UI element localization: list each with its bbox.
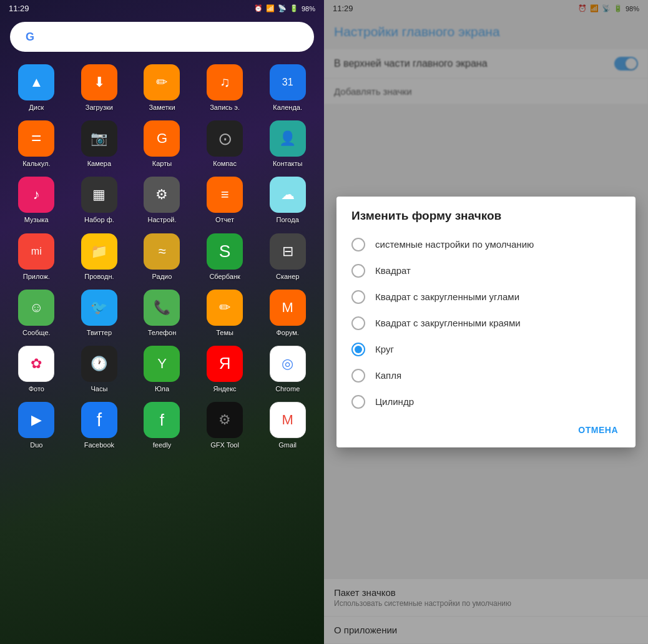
alarm-icon: ⏰: [254, 4, 263, 12]
app-item-диск[interactable]: ▲Диск: [5, 59, 68, 115]
radio-label-6: Цилиндр: [375, 396, 414, 408]
app-icon-Набор ф.: ▦: [81, 177, 117, 213]
radio-option-1[interactable]: Квадрат: [336, 258, 636, 284]
radio-circle-0: [351, 238, 365, 251]
dialog-actions: ОТМЕНА: [336, 415, 636, 442]
app-item-сообще.[interactable]: ☺Сообще.: [5, 285, 68, 341]
radio-circle-1: [351, 264, 365, 278]
app-icon-Часы: 🕐: [81, 346, 117, 382]
app-label: Загрузки: [86, 104, 113, 112]
app-label: Сообще.: [22, 329, 51, 337]
app-icon-Фото: ✿: [18, 346, 54, 382]
app-label: Музыка: [24, 216, 49, 224]
app-icon-Прилож.: mi: [18, 233, 54, 270]
google-search-bar[interactable]: G: [10, 22, 314, 52]
app-item-контакты[interactable]: 👤Контакты: [256, 115, 319, 172]
app-icon-Календа.: 31: [270, 64, 306, 100]
radio-option-3[interactable]: Квадрат с закругленными краями: [336, 310, 636, 336]
app-label: Твиттер: [87, 329, 112, 337]
app-item-твиттер[interactable]: 🐦Твиттер: [68, 285, 131, 341]
app-item-duo[interactable]: ▶Duo: [5, 397, 68, 453]
app-item-музыка[interactable]: ♪Музыка: [5, 172, 68, 228]
radio-circle-4: [351, 343, 365, 356]
radio-option-5[interactable]: Капля: [336, 363, 636, 389]
app-icon-Проводн.: 📁: [81, 233, 117, 270]
app-item-настрой.[interactable]: ⚙Настрой.: [130, 172, 194, 228]
app-item-радио[interactable]: ≈Радио: [130, 228, 194, 285]
app-label: Погода: [277, 216, 299, 224]
app-icon-Сообще.: ☺: [18, 290, 54, 326]
app-label: Сканер: [276, 273, 299, 281]
app-label: Отчет: [215, 216, 234, 224]
app-label: Проводн.: [84, 273, 114, 281]
app-icon-Яндекс: Я: [207, 346, 243, 382]
app-item-телефон[interactable]: 📞Телефон: [130, 285, 194, 341]
app-item-сбербанк[interactable]: SСбербанк: [194, 228, 257, 285]
app-icon-Калькул.: =: [18, 120, 54, 157]
app-item-яндекс[interactable]: ЯЯндекс: [194, 341, 257, 397]
radio-option-4[interactable]: Круг: [336, 336, 636, 363]
app-icon-Диск: ▲: [18, 64, 54, 100]
app-label: Диск: [29, 104, 44, 112]
app-label: Facebook: [84, 441, 114, 449]
app-item-калькул.[interactable]: =Калькул.: [5, 115, 68, 172]
radio-label-1: Квадрат: [375, 265, 411, 277]
app-label: Яндекс: [214, 385, 237, 393]
app-icon-feedly: f: [144, 402, 180, 438]
app-label: Набор ф.: [84, 216, 114, 224]
app-item-фото[interactable]: ✿Фото: [5, 341, 68, 397]
radio-circle-5: [351, 369, 365, 383]
radio-label-2: Квадрат с закругленными углами: [375, 291, 519, 303]
left-panel: 11:29 ⏰ 📶 📡 🔋 98% G ▲Диск⬇Загрузки✏Замет…: [0, 0, 324, 644]
app-item-chrome[interactable]: ◎Chrome: [256, 341, 319, 397]
app-item-загрузки[interactable]: ⬇Загрузки: [68, 59, 131, 115]
time-left: 11:29: [9, 4, 29, 13]
app-label: Радио: [152, 273, 172, 281]
app-item-gmail[interactable]: MGmail: [256, 397, 319, 453]
app-item-feedly[interactable]: ffeedly: [130, 397, 194, 453]
app-icon-Duo: ▶: [18, 402, 54, 438]
app-label: Заметки: [149, 104, 175, 112]
wifi-icon: 📶: [266, 4, 275, 12]
app-item-проводн.[interactable]: 📁Проводн.: [68, 228, 131, 285]
status-icons-left: ⏰ 📶 📡 🔋 98%: [254, 4, 315, 12]
app-item-темы[interactable]: ✏Темы: [194, 285, 257, 341]
app-icon-Загрузки: ⬇: [81, 64, 117, 100]
app-item-заметки[interactable]: ✏Заметки: [130, 59, 194, 115]
app-label: Телефон: [148, 329, 177, 337]
app-item-сканер[interactable]: ⊟Сканер: [256, 228, 319, 285]
app-label: Настрой.: [147, 216, 176, 224]
app-item-прилож.[interactable]: miПрилож.: [5, 228, 68, 285]
app-icon-Музыка: ♪: [18, 177, 54, 213]
app-icon-Компас: ⊙: [207, 120, 243, 157]
app-icon-Форум.: M: [270, 290, 306, 326]
app-item-календа.[interactable]: 31Календа.: [256, 59, 319, 115]
radio-option-0[interactable]: системные настройки по умолчанию: [336, 232, 636, 258]
app-item-компас[interactable]: ⊙Компас: [194, 115, 257, 172]
app-item-gfx-tool[interactable]: ⚙GFX Tool: [194, 397, 257, 453]
radio-option-6[interactable]: Цилиндр: [336, 389, 636, 415]
app-item-погода[interactable]: ☁Погода: [256, 172, 319, 228]
app-item-запись-э.[interactable]: ♫Запись э.: [194, 59, 257, 115]
icon-shape-dialog: Изменить форму значков системные настрой…: [336, 197, 636, 447]
app-item-набор-ф.[interactable]: ▦Набор ф.: [68, 172, 131, 228]
app-item-facebook[interactable]: fFacebook: [68, 397, 131, 453]
radio-option-2[interactable]: Квадрат с закругленными углами: [336, 284, 636, 310]
app-label: Chrome: [275, 385, 300, 393]
app-icon-Радио: ≈: [144, 233, 180, 270]
app-item-часы[interactable]: 🕐Часы: [68, 341, 131, 397]
app-item-камера[interactable]: 📷Камера: [68, 115, 131, 172]
app-icon-Камера: 📷: [81, 120, 117, 157]
cancel-button[interactable]: ОТМЕНА: [571, 420, 626, 440]
battery-icon: 🔋: [290, 4, 298, 12]
app-label: Gmail: [278, 441, 297, 449]
app-label: Прилож.: [23, 273, 50, 281]
app-item-форум.[interactable]: MФорум.: [256, 285, 319, 341]
app-item-отчет[interactable]: ≡Отчет: [194, 172, 257, 228]
app-item-карты[interactable]: GКарты: [130, 115, 194, 172]
app-icon-Юла: Y: [144, 346, 180, 382]
radio-label-5: Капля: [375, 369, 401, 382]
google-logo: G: [21, 28, 39, 46]
app-item-юла[interactable]: YЮла: [130, 341, 194, 397]
radio-options-list: системные настройки по умолчаниюКвадратК…: [336, 232, 636, 415]
